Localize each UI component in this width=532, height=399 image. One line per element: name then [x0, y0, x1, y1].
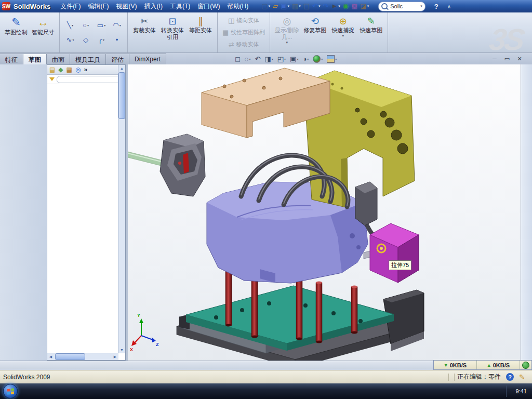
tree-filter-input[interactable] [57, 76, 123, 83]
sketch-button[interactable]: ✎草图绘制 [3, 14, 30, 51]
search-box[interactable]: ▾ [378, 2, 425, 11]
convert-entities-button[interactable]: ⊡转换实体引用 [158, 14, 187, 51]
options-button[interactable]: ◪▾ [359, 1, 370, 11]
scroll-up-icon[interactable]: ▲ [118, 65, 125, 72]
mirror-entities-icon: ◫ [228, 17, 234, 24]
offset-entities-button[interactable]: ∥等距实体 [187, 14, 215, 51]
repair-sketch-button[interactable]: ⟲修复草图 [301, 14, 329, 51]
dropdown-arrow-icon: ▾ [307, 57, 309, 61]
ribbon-label: 转换实体引用 [159, 27, 186, 41]
redo-button[interactable]: ↷ [322, 1, 329, 11]
status-help-icon[interactable]: ? [506, 373, 514, 381]
file-properties-button[interactable]: ▩ [350, 1, 358, 11]
scroll-right-icon[interactable]: ▶ [112, 353, 118, 360]
print-preview-icon: ▤ [303, 1, 310, 11]
polygon-tool-button[interactable]: ◇ [78, 35, 94, 44]
hud-scene-button[interactable]: ▾ [326, 55, 338, 63]
arc-tool-button[interactable]: ◠▾ [109, 21, 125, 30]
featuremanager-tree-tab[interactable]: ▤ [49, 65, 55, 74]
circle-tool-button[interactable]: ○▾ [78, 21, 94, 30]
rebuild-button[interactable]: ◉ [342, 1, 350, 11]
trim-entities-icon: ✂ [140, 15, 148, 27]
hud-section-view-button[interactable]: ◨▾ [263, 55, 274, 63]
menu-item-6[interactable]: 帮助(H) [224, 1, 252, 11]
search-input[interactable] [389, 3, 418, 10]
dropdown-arrow-icon: ▾ [269, 4, 271, 8]
scroll-thumb[interactable] [55, 353, 85, 360]
hud-appearance-button[interactable]: ▾ [312, 55, 324, 63]
tab-5[interactable]: DimXpert [129, 54, 166, 64]
undo-button[interactable]: ↶▾ [311, 1, 321, 11]
model-clamp-insert[interactable] [128, 134, 205, 196]
search-dropdown-icon[interactable]: ▾ [420, 4, 422, 8]
dropdown-arrow-icon: ▾ [342, 34, 344, 38]
menu-item-5[interactable]: 窗口(W) [194, 1, 223, 11]
open-button[interactable]: ▱ [272, 1, 279, 11]
propertymanager-tab[interactable]: ◆ [58, 65, 63, 74]
restore-button[interactable]: ▭ [503, 56, 511, 62]
dropdown-arrow-icon: ▾ [103, 38, 104, 42]
select-button[interactable]: ►▾ [330, 1, 341, 11]
print-preview-button[interactable]: ▤ [302, 1, 311, 11]
start-button[interactable] [3, 384, 18, 398]
fm-more-icon[interactable]: » [84, 66, 87, 73]
menu-item-2[interactable]: 视图(V) [113, 1, 141, 11]
point-tool-button[interactable]: • [109, 35, 125, 44]
collapse-toolbar-icon[interactable]: ∧ [445, 4, 453, 9]
mirror-entities-button: ◫镜向实体 [226, 15, 261, 26]
menu-item-0[interactable]: 文件(F) [57, 1, 84, 11]
arc-icon: ◠ [113, 21, 118, 29]
tab-0[interactable]: 特征 [0, 54, 23, 64]
line-tool-button[interactable]: ╲▾ [62, 21, 78, 30]
hud-hide-show-button[interactable]: ◑▾ [301, 55, 310, 63]
scroll-down-icon[interactable]: ▼ [118, 347, 125, 353]
standard-toolbar: ▢▾▱▣▾▥▾▤↶▾↷►▾◉▩◪▾ [260, 1, 370, 11]
trim-entities-button[interactable]: ✂剪裁实体 [130, 14, 158, 51]
rapid-sketch-button[interactable]: ✎快速草图 [357, 14, 385, 51]
hud-display-style-button[interactable]: ▣▾ [289, 55, 299, 63]
smart-dimension-button[interactable]: ↔智能尺寸 [30, 14, 57, 51]
tab-1[interactable]: 草图 [23, 54, 47, 64]
minimize-button[interactable]: ─ [490, 56, 499, 62]
menu-item-4[interactable]: 工具(T) [166, 1, 194, 11]
dimxpertmanager-tab[interactable]: ◎ [75, 65, 81, 74]
hud-view-orientation-button[interactable]: ◰▾ [276, 55, 287, 63]
triad-x-label: X [130, 347, 133, 352]
left-toolbar-dock [0, 64, 47, 361]
quick-snaps-button[interactable]: ⊕快速捕捉▾ [329, 14, 357, 51]
help-button[interactable]: ? [432, 3, 441, 10]
tree-horizontal-scrollbar[interactable]: ◀ ▶ [47, 353, 118, 360]
configurationmanager-tab[interactable]: ▦ [66, 65, 72, 74]
hud-zoom-fit-button[interactable]: ◻ [234, 55, 242, 63]
save-button[interactable]: ▣▾ [280, 1, 290, 11]
graphics-viewport[interactable]: Y X Z 拉伸75 [128, 64, 521, 361]
model-magenta-block[interactable] [370, 223, 419, 283]
fillet-tool-button[interactable]: ╭▾ [94, 35, 109, 44]
rectangle-tool-button[interactable]: ▭▾ [94, 21, 109, 30]
status-bar: SolidWorks 2009 正在编辑：零件 ? ✎ [0, 370, 532, 383]
status-note-icon[interactable]: ✎ [519, 373, 525, 381]
tree-vertical-scrollbar[interactable]: ▲ ▼ [118, 65, 125, 353]
net-meter-badge-icon[interactable] [522, 362, 529, 369]
menu-item-3[interactable]: 插入(I) [141, 1, 166, 11]
spline-tool-button[interactable]: ∿▾ [62, 35, 78, 44]
menu-item-1[interactable]: 编辑(E) [85, 1, 113, 11]
print-button[interactable]: ▥▾ [291, 1, 302, 11]
scroll-thumb[interactable] [118, 72, 125, 119]
tab-2[interactable]: 曲面 [46, 54, 70, 64]
hud-zoom-area-button[interactable]: ◌▾ [244, 55, 252, 63]
tab-4[interactable]: 评估 [105, 54, 129, 64]
new-button[interactable]: ▢▾ [260, 1, 271, 11]
offset-entities-icon: ∥ [198, 15, 203, 27]
move-entities-button: ⇄移动实体 [227, 39, 261, 50]
rectangle-icon: ▭ [97, 21, 103, 29]
search-icon [381, 3, 388, 9]
close-button[interactable]: ✕ [515, 56, 524, 62]
zoom-fit-icon: ◻ [235, 55, 241, 63]
scroll-left-icon[interactable]: ◀ [47, 353, 54, 360]
print-icon: ▥ [292, 1, 298, 11]
hud-previous-view-button[interactable]: ↶ [254, 55, 262, 63]
tab-3[interactable]: 模具工具 [70, 54, 106, 64]
ribbon-label: 草图绘制 [5, 29, 28, 36]
app-title: SolidWorks [14, 3, 50, 10]
